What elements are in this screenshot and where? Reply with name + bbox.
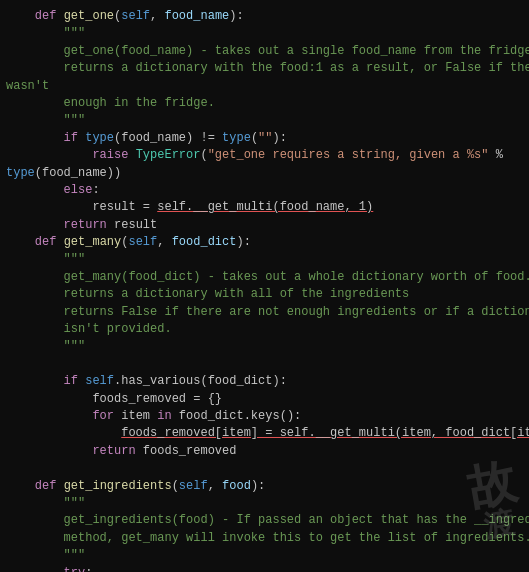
code-line: if type(food_name) != type(""):	[6, 130, 523, 147]
code-line: type(food_name))	[6, 165, 523, 182]
code-line	[6, 460, 523, 477]
code-line: returns False if there are not enough in…	[6, 304, 523, 321]
code-line: """	[6, 251, 523, 268]
code-line: returns a dictionary with all of the ing…	[6, 286, 523, 303]
code-line: try:	[6, 565, 523, 573]
code-line: def get_one(self, food_name):	[6, 8, 523, 25]
code-line: foods_removed[item] = self.__get_multi(i…	[6, 425, 523, 442]
code-line	[6, 356, 523, 373]
code-container: def get_one(self, food_name): """ get_on…	[0, 0, 529, 572]
code-line: get_one(food_name) - takes out a single …	[6, 43, 523, 60]
code-line: """	[6, 547, 523, 564]
code-line: if self.has_various(food_dict):	[6, 373, 523, 390]
code-line: def get_many(self, food_dict):	[6, 234, 523, 251]
code-line: return result	[6, 217, 523, 234]
code-line: else:	[6, 182, 523, 199]
code-line: for item in food_dict.keys():	[6, 408, 523, 425]
code-line: def get_ingredients(self, food):	[6, 478, 523, 495]
code-line: get_ingredients(food) - If passed an obj…	[6, 512, 523, 529]
code-line: """	[6, 112, 523, 129]
code-line: raise TypeError("get_one requires a stri…	[6, 147, 523, 164]
code-line: """	[6, 25, 523, 42]
code-line: """	[6, 338, 523, 355]
code-line: returns a dictionary with the food:1 as …	[6, 60, 523, 77]
code-line: return foods_removed	[6, 443, 523, 460]
code-line: """	[6, 495, 523, 512]
code-line: method, get_many will invoke this to get…	[6, 530, 523, 547]
code-line: get_many(food_dict) - takes out a whole …	[6, 269, 523, 286]
code-line: wasn't	[6, 78, 523, 95]
code-line: result = self.__get_multi(food_name, 1)	[6, 199, 523, 216]
code-line: enough in the fridge.	[6, 95, 523, 112]
code-line: foods_removed = {}	[6, 391, 523, 408]
code-line: isn't provided.	[6, 321, 523, 338]
